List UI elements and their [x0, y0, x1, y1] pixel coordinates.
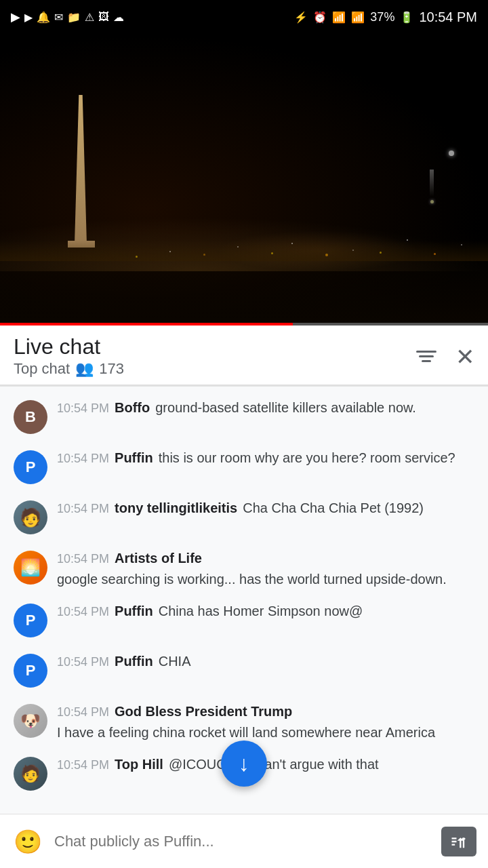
battery-percent: 37% — [370, 10, 394, 24]
status-icons-left: ▶ ▶ 🔔 ✉ 📁 ⚠ 🖼 ☁ — [11, 9, 124, 24]
alarm-icon: ⏰ — [313, 11, 327, 24]
message-time: 10:54 PM — [57, 401, 109, 416]
avatar-photo-placeholder: 🧑 — [20, 507, 41, 528]
message-time: 10:54 PM — [57, 552, 109, 566]
message-time: 10:54 PM — [57, 502, 109, 516]
wifi-icon: 📶 — [332, 11, 346, 24]
video-player[interactable] — [0, 34, 488, 326]
top-chat-label: Top chat — [14, 360, 70, 378]
send-button[interactable] — [441, 823, 477, 860]
filter-line-3 — [422, 360, 431, 362]
cloud-icon: ☁ — [113, 11, 124, 24]
message-inline-text: China has Homer Simpson now@ — [159, 604, 363, 619]
scroll-down-button[interactable]: ↓ — [221, 741, 267, 787]
message-time: 10:54 PM — [57, 452, 109, 466]
live-chat-header: Live chat Top chat 👥 173 ✕ — [0, 326, 488, 385]
avatar: P — [14, 654, 47, 688]
message-time: 10:54 PM — [57, 655, 109, 669]
message-author: Puffin — [115, 604, 153, 619]
message-meta: 10:54 PM tony tellingitlikeitis Cha Cha … — [57, 500, 474, 516]
message-meta: 10:54 PM God Bless President Trump I hav… — [57, 704, 474, 741]
chat-input[interactable] — [54, 825, 431, 859]
bluetooth-icon: ⚡ — [294, 11, 308, 24]
message-author: Boffo — [115, 400, 150, 416]
signal-icon: 📶 — [351, 11, 365, 24]
emoji-button[interactable]: 🙂 — [11, 825, 45, 859]
monument-shape — [75, 95, 87, 244]
message-author: tony tellingitlikeitis — [115, 500, 237, 516]
scroll-down-arrow-icon: ↓ — [239, 751, 249, 776]
live-chat-subtitle: Top chat 👥 173 — [14, 360, 124, 378]
avatar: B — [14, 400, 47, 434]
message-meta: 10:54 PM Puffin CHIA — [57, 654, 474, 669]
video-progress-bar[interactable] — [0, 323, 488, 326]
warning-icon: ⚠ — [85, 11, 94, 24]
message-author: Puffin — [115, 450, 153, 466]
image-icon: 🖼 — [98, 11, 109, 23]
message-author: God Bless President Trump — [115, 704, 292, 719]
chat-message: P 10:54 PM Puffin this is our room why a… — [0, 442, 488, 492]
message-inline-text: @ICOUCME , can't argue with that — [169, 757, 379, 772]
chat-message: P 10:54 PM Puffin China has Homer Simpso… — [0, 595, 488, 646]
notification-icon: 🔔 — [37, 11, 50, 24]
message-time: 10:54 PM — [57, 605, 109, 619]
message-author: Artists of Life — [115, 551, 202, 566]
chat-message: 🌅 10:54 PM Artists of Life google search… — [0, 542, 488, 595]
message-author: Top Hill — [115, 757, 163, 772]
viewer-count: 173 — [99, 360, 124, 378]
avatar: P — [14, 604, 47, 637]
chat-message: 🧑 10:54 PM tony tellingitlikeitis Cha Ch… — [0, 492, 488, 542]
avatar-letter: P — [26, 612, 36, 629]
message-meta: 10:54 PM Boffo ground-based satellite ki… — [57, 400, 474, 416]
avatar: 🧑 — [14, 757, 47, 791]
avatar-photo-placeholder: 🌅 — [20, 558, 41, 577]
battery-icon: 🔋 — [400, 11, 413, 24]
message-time: 10:54 PM — [57, 758, 109, 772]
message-meta: 10:54 PM Artists of Life google searchin… — [57, 551, 474, 587]
mail-icon: ✉ — [54, 11, 63, 24]
message-content: 10:54 PM Boffo ground-based satellite ki… — [57, 400, 474, 416]
play-icon: ▶ — [11, 9, 20, 24]
folder-icon: 📁 — [67, 11, 81, 24]
video-background — [0, 34, 488, 326]
chat-message: P 10:54 PM Puffin CHIA — [0, 646, 488, 696]
message-content: 10:54 PM Puffin China has Homer Simpson … — [57, 604, 474, 619]
avatar-letter: B — [25, 408, 36, 426]
send-icon — [441, 827, 476, 856]
avatar-letter: P — [26, 662, 36, 679]
chat-messages-list: B 10:54 PM Boffo ground-based satellite … — [0, 387, 488, 860]
message-content: 10:54 PM Artists of Life google searchin… — [57, 551, 474, 587]
avatar: 🌅 — [14, 551, 47, 585]
filter-line-2 — [419, 355, 434, 357]
message-inline-text: ground-based satellite killers available… — [155, 400, 416, 416]
message-inline-text: CHIA — [159, 654, 191, 669]
live-chat-actions: ✕ — [416, 343, 474, 370]
people-icon: 👥 — [75, 360, 94, 378]
chat-message: B 10:54 PM Boffo ground-based satellite … — [0, 392, 488, 442]
status-bar: ▶ ▶ 🔔 ✉ 📁 ⚠ 🖼 ☁ ⚡ ⏰ 📶 📶 37% 🔋 10:54 PM — [0, 0, 488, 34]
chat-input-bar: 🙂 — [0, 814, 488, 868]
filter-line-1 — [416, 351, 436, 353]
status-icons-right: ⚡ ⏰ 📶 📶 37% 🔋 10:54 PM — [294, 9, 477, 25]
message-inline-text: google searching is working... has the w… — [57, 572, 447, 587]
avatar: P — [14, 450, 47, 484]
message-author: Puffin — [115, 654, 153, 669]
message-inline-text: this is our room why are you here? room … — [159, 450, 455, 466]
live-chat-title: Live chat — [14, 335, 124, 359]
avatar: 🐶 — [14, 704, 47, 738]
avatar-photo-placeholder: 🐶 — [20, 711, 41, 730]
video-progress-fill — [0, 323, 293, 326]
filter-button[interactable] — [416, 351, 436, 362]
live-chat-info: Live chat Top chat 👥 173 — [14, 335, 124, 378]
message-content: 10:54 PM tony tellingitlikeitis Cha Cha … — [57, 500, 474, 516]
message-content: 10:54 PM Puffin CHIA — [57, 654, 474, 669]
message-inline-text: I have a feeling china rocket will land … — [57, 725, 435, 741]
close-button[interactable]: ✕ — [455, 343, 474, 370]
message-inline-text: Cha Cha Cha Chia Pet (1992) — [243, 500, 424, 516]
message-meta: 10:54 PM Puffin this is our room why are… — [57, 450, 474, 466]
message-content: 10:54 PM God Bless President Trump I hav… — [57, 704, 474, 741]
avatar-letter: P — [26, 458, 36, 476]
youtube-icon: ▶ — [24, 11, 33, 24]
message-time: 10:54 PM — [57, 705, 109, 719]
clock: 10:54 PM — [419, 9, 477, 25]
